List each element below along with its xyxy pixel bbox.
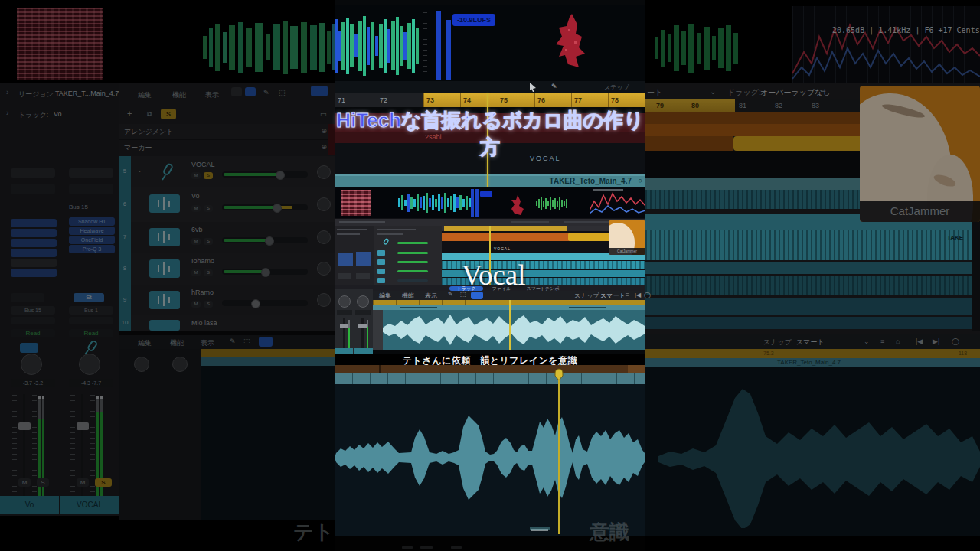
grid-view-button[interactable] <box>231 87 242 96</box>
editor-ruler-bg[interactable] <box>201 349 335 357</box>
editor-playhead[interactable] <box>509 300 511 350</box>
pencil-tool-icon[interactable]: ✎ <box>230 337 236 345</box>
pan-knob[interactable] <box>317 197 331 211</box>
snap-value-partial[interactable]: ート <box>647 87 662 98</box>
view-menu[interactable]: 表示 <box>201 338 214 348</box>
pan-knob[interactable] <box>317 262 331 276</box>
chevron-right-icon[interactable]: › <box>6 88 8 96</box>
disclosure-chevron-icon[interactable]: ⌄ <box>137 167 142 174</box>
fader-track[interactable] <box>343 318 345 348</box>
marquee-tool-icon[interactable]: ⬚ <box>243 337 250 345</box>
channel-name-tab[interactable] <box>354 348 373 354</box>
pan-knob[interactable] <box>21 354 42 375</box>
gain-box[interactable] <box>11 184 55 194</box>
plugin-slot[interactable]: OneField <box>69 236 115 244</box>
chevron-right-icon[interactable]: › <box>6 109 8 117</box>
marker-region[interactable] <box>645 136 733 151</box>
functions-menu[interactable]: 機能 <box>402 292 414 300</box>
cycle-icon[interactable]: ◯ <box>952 337 959 345</box>
zoom-tool-button[interactable] <box>259 337 273 347</box>
solo-button[interactable]: S <box>95 478 112 487</box>
snap-select[interactable]: スマート <box>796 337 825 347</box>
plugin-slot[interactable] <box>11 269 57 277</box>
volume-slider[interactable] <box>222 237 308 243</box>
audio-region[interactable] <box>645 298 980 315</box>
track-number[interactable]: 5 <box>119 156 131 187</box>
track-number[interactable]: 6 <box>119 187 131 222</box>
pan-knob[interactable] <box>317 165 331 179</box>
audio-region[interactable] <box>645 317 980 329</box>
view-menu[interactable]: 表示 <box>425 292 437 300</box>
menu-icon[interactable]: ≡ <box>822 87 826 96</box>
timeline-ruler-highlight[interactable]: 79 80 <box>645 99 735 112</box>
view-menu[interactable]: 表示 <box>205 90 219 100</box>
volume-slider[interactable] <box>222 269 308 275</box>
solo-button[interactable]: S <box>204 301 213 308</box>
dropdown-chevron-icon[interactable]: ⌄ <box>710 87 716 96</box>
automation-mode-button[interactable]: Read <box>11 329 55 337</box>
solo-button[interactable]: S <box>204 172 213 179</box>
setting-button[interactable] <box>11 168 55 178</box>
send-slot[interactable]: Bus 15 <box>11 306 55 315</box>
channel-name-tab[interactable]: Vo <box>0 496 59 514</box>
drag-mode-select[interactable]: オーバーラップなし <box>760 87 831 98</box>
plugin-slot[interactable]: Pro-Q 3 <box>69 245 115 253</box>
ruler-highlight[interactable]: 73 74 75 76 77 78 <box>423 93 645 107</box>
fader-cap[interactable] <box>18 422 31 430</box>
mute-button[interactable]: M <box>191 238 201 245</box>
marquee-tool-icon[interactable]: ⬚ <box>279 89 286 96</box>
duplicate-track-icon[interactable]: ⧉ <box>147 110 152 119</box>
home-icon[interactable]: ⌂ <box>896 337 900 345</box>
menu-icon[interactable]: ≡ <box>626 292 629 298</box>
edit-menu[interactable]: 編集 <box>379 292 391 300</box>
pan-knob[interactable] <box>79 354 100 375</box>
bar-ruler[interactable]: 71 72 73 74 75 76 77 78 <box>335 93 645 107</box>
channel-name-tab[interactable] <box>335 348 353 354</box>
cycle-icon[interactable]: ○ <box>639 177 642 184</box>
pan-knob[interactable] <box>172 357 188 372</box>
track-row[interactable]: 8 Iohamo M S <box>119 253 335 285</box>
arrangement-row[interactable]: アレンジメント ⊕ <box>119 124 335 140</box>
fader-cap[interactable] <box>358 324 367 328</box>
fader-cap[interactable] <box>77 422 89 430</box>
plugin-slot[interactable] <box>11 239 57 247</box>
functions-menu[interactable]: 機能 <box>170 338 184 348</box>
pan-knob[interactable] <box>317 230 331 244</box>
solo-button[interactable]: S <box>204 205 213 212</box>
pan-knob[interactable] <box>338 295 351 308</box>
track-number[interactable]: 8 <box>119 253 131 285</box>
add-track-button[interactable]: + <box>127 109 132 118</box>
mute-button[interactable]: M <box>191 269 201 276</box>
marker-region[interactable] <box>645 124 864 136</box>
audio-region[interactable] <box>645 262 980 274</box>
fader-track[interactable] <box>361 318 364 348</box>
solo-button[interactable]: S <box>37 478 49 487</box>
send-box[interactable] <box>69 317 113 324</box>
output-box[interactable] <box>11 293 44 302</box>
input-monitor-button[interactable] <box>20 343 38 353</box>
mute-button[interactable]: M <box>77 478 89 487</box>
volume-slider[interactable] <box>222 171 308 178</box>
track-row[interactable]: 10 Mio lasa <box>119 315 335 331</box>
snap-select[interactable]: スマート <box>600 292 626 300</box>
track-number[interactable]: 9 <box>119 285 131 315</box>
send-slot[interactable]: Bus 1 <box>69 306 113 315</box>
forward-icon[interactable]: ▶| <box>933 337 939 345</box>
functions-menu[interactable]: 機能 <box>172 90 186 100</box>
zoom-waveform-area[interactable] <box>335 384 645 536</box>
track-header-config-icon[interactable]: ▭ <box>320 110 327 118</box>
pencil-tool-icon[interactable]: ✎ <box>448 291 453 298</box>
automation-mode-button[interactable]: Read <box>69 329 113 337</box>
mute-button[interactable]: M <box>191 205 201 212</box>
track-row[interactable]: 7 6vb M S <box>119 222 335 253</box>
marker-region-yellow[interactable] <box>733 136 871 151</box>
marker-region[interactable] <box>645 112 864 124</box>
list-view-button[interactable] <box>245 87 256 96</box>
send-box[interactable] <box>11 317 55 324</box>
pencil-tool-icon[interactable]: ✎ <box>263 89 270 96</box>
pan-knob[interactable] <box>357 295 369 308</box>
mute-button[interactable]: M <box>191 301 201 308</box>
rewind-icon[interactable]: |◀ <box>635 292 641 298</box>
volume-slider[interactable] <box>222 300 308 306</box>
plugin-slot[interactable] <box>11 219 57 227</box>
